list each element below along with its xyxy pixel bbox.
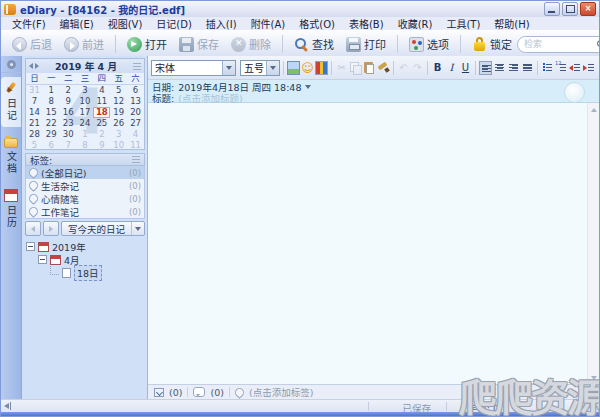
- calendar-day[interactable]: 5: [26, 140, 43, 150]
- calendar-day[interactable]: 13: [127, 96, 144, 107]
- tree-day-row[interactable]: 18日: [26, 266, 145, 279]
- calendar-day[interactable]: 26: [110, 118, 127, 129]
- side-tab-docs[interactable]: 文档: [1, 131, 21, 180]
- numbered-list-icon[interactable]: [555, 61, 568, 75]
- collapse-icon[interactable]: [38, 255, 47, 264]
- calendar-day[interactable]: 3: [110, 129, 127, 140]
- insert-media-icon[interactable]: [315, 61, 328, 75]
- tag-list-item[interactable]: 心情随笔(0): [26, 192, 144, 205]
- options-button[interactable]: 选项: [404, 34, 454, 54]
- calendar-day[interactable]: 7: [60, 140, 77, 150]
- calendar-day[interactable]: 12: [110, 96, 127, 107]
- close-button[interactable]: ×: [580, 2, 596, 16]
- calendar-day[interactable]: 10: [77, 96, 94, 107]
- calendar-day[interactable]: 24: [77, 118, 94, 129]
- calendar-day[interactable]: 29: [43, 129, 60, 140]
- menu-item[interactable]: 帮助(H): [487, 16, 536, 31]
- bullet-list-icon[interactable]: [541, 61, 554, 75]
- calendar-day[interactable]: 10: [110, 140, 127, 150]
- italic-icon[interactable]: [445, 61, 458, 75]
- calendar-day[interactable]: 11: [127, 140, 144, 150]
- calendar-day[interactable]: 4: [93, 85, 110, 96]
- forward-button[interactable]: 前进: [59, 34, 109, 54]
- calendar-day[interactable]: 8: [77, 140, 94, 150]
- calendar-day[interactable]: 27: [127, 118, 144, 129]
- menu-item[interactable]: 文件(F): [5, 16, 53, 31]
- scroll-down-icon[interactable]: [588, 372, 599, 383]
- search-box[interactable]: [517, 36, 600, 53]
- calendar-day[interactable]: 6: [127, 85, 144, 96]
- tree-day-label[interactable]: 18日: [74, 265, 102, 281]
- open-button[interactable]: 打开: [122, 34, 172, 54]
- calendar-day[interactable]: 11: [93, 96, 110, 107]
- calendar-day[interactable]: 20: [127, 107, 144, 118]
- next-diary-button[interactable]: [43, 221, 59, 236]
- print-button[interactable]: 打印: [341, 34, 391, 54]
- date-dropdown-icon[interactable]: [305, 85, 311, 89]
- calendar-day[interactable]: 9: [60, 96, 77, 107]
- paste-icon[interactable]: [363, 61, 376, 75]
- calendar-day[interactable]: 1: [43, 85, 60, 96]
- calendar-day[interactable]: 30: [60, 129, 77, 140]
- calendar-day[interactable]: 1: [77, 129, 94, 140]
- calendar-day[interactable]: 22: [43, 118, 60, 129]
- calendar-day[interactable]: 15: [43, 107, 60, 118]
- menu-item[interactable]: 工具(T): [439, 16, 487, 31]
- attachment-count[interactable]: (0): [169, 387, 182, 398]
- calendar-day[interactable]: 7: [26, 96, 43, 107]
- lock-button[interactable]: 锁定: [467, 34, 517, 54]
- bold-icon[interactable]: [431, 61, 444, 75]
- format-painter-icon[interactable]: [377, 61, 390, 75]
- entry-tag-placeholder[interactable]: (点击添加标签): [249, 385, 313, 399]
- calendar-day[interactable]: 5: [110, 85, 127, 96]
- calendar-day[interactable]: 28: [26, 129, 43, 140]
- align-justify-icon[interactable]: [521, 61, 534, 75]
- calendar-day[interactable]: 31: [26, 85, 43, 96]
- calendar-day[interactable]: 18: [93, 107, 110, 118]
- calendar-day[interactable]: 6: [43, 140, 60, 150]
- align-center-icon[interactable]: [493, 61, 506, 75]
- calendar-day[interactable]: 16: [60, 107, 77, 118]
- calendar-day[interactable]: 2: [93, 129, 110, 140]
- calendar-day[interactable]: 21: [26, 118, 43, 129]
- menu-item[interactable]: 插入(I): [199, 16, 244, 31]
- align-left-icon[interactable]: [479, 61, 492, 75]
- collapse-icon[interactable]: [26, 242, 35, 251]
- comment-count[interactable]: (0): [210, 387, 223, 398]
- minimize-button[interactable]: [544, 2, 560, 16]
- outdent-icon[interactable]: [569, 61, 582, 75]
- prev-diary-button[interactable]: [25, 221, 41, 236]
- align-right-icon[interactable]: [507, 61, 520, 75]
- write-today-button[interactable]: 写今天的日记: [61, 221, 145, 236]
- indent-icon[interactable]: [583, 61, 596, 75]
- calendar-day[interactable]: 3: [77, 85, 94, 96]
- tree-year-row[interactable]: 2019年: [26, 240, 145, 253]
- menu-item[interactable]: 附件(A): [244, 16, 293, 31]
- menu-item[interactable]: 格式(O): [292, 16, 342, 31]
- menu-item[interactable]: 日记(D): [149, 16, 199, 31]
- side-tab-diary[interactable]: 日记: [1, 77, 21, 127]
- calendar-day[interactable]: 14: [26, 107, 43, 118]
- font-size-dropdown-icon[interactable]: [266, 61, 279, 75]
- delete-button[interactable]: 删除: [226, 34, 276, 54]
- editor-body[interactable]: [148, 103, 599, 384]
- calendar-day[interactable]: 25: [93, 118, 110, 129]
- write-today-dropdown[interactable]: [131, 222, 144, 235]
- calendar-prev-icon[interactable]: [29, 63, 33, 69]
- calendar-day[interactable]: 4: [127, 129, 144, 140]
- attachment-icon[interactable]: [154, 388, 164, 397]
- tag-list-item[interactable]: 生活杂记(0): [26, 179, 144, 192]
- menu-item[interactable]: 表格(B): [342, 16, 391, 31]
- menu-item[interactable]: 收藏(R): [391, 16, 440, 31]
- underline-icon[interactable]: [459, 61, 472, 75]
- tags-menu-icon[interactable]: [132, 156, 140, 163]
- calendar-day[interactable]: 9: [93, 140, 110, 150]
- scroll-up-icon[interactable]: [588, 104, 599, 115]
- calendar-next-icon[interactable]: [35, 63, 39, 69]
- insert-emoticon-icon[interactable]: [301, 61, 314, 75]
- tree-year-label[interactable]: 2019年: [52, 240, 86, 254]
- search-input[interactable]: [522, 38, 594, 50]
- side-tab-calendar[interactable]: 日历: [1, 184, 21, 234]
- calendar-day[interactable]: 17: [77, 107, 94, 118]
- save-button[interactable]: 保存: [174, 34, 224, 54]
